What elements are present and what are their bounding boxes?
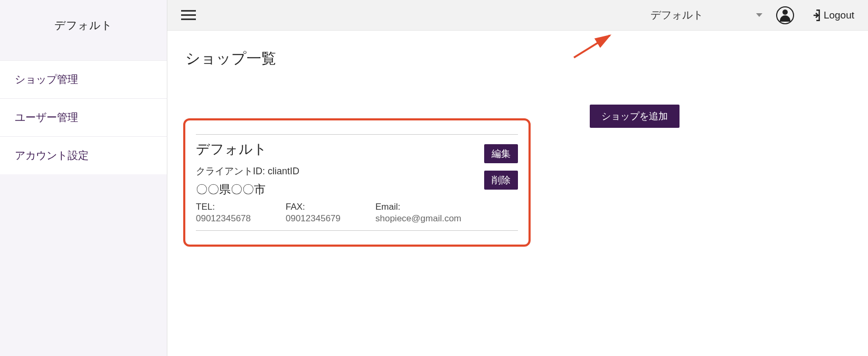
sidebar-item-account-settings[interactable]: アカウント設定 <box>0 137 167 174</box>
annotation-arrow-icon <box>569 31 616 63</box>
shop-name: デフォルト <box>196 140 475 158</box>
shop-contacts: TEL: 09012345678 FAX: 09012345679 Email:… <box>196 202 475 224</box>
sidebar: デフォルト ショップ管理 ユーザー管理 アカウント設定 <box>0 0 167 356</box>
topbar-right: デフォルト Logout <box>650 6 854 24</box>
email-label: Email: <box>375 202 461 212</box>
shop-selector-dropdown[interactable]: デフォルト <box>650 8 762 22</box>
page-title: ショップ一覧 <box>183 49 852 69</box>
shop-card-actions: 編集 削除 <box>484 140 518 224</box>
topbar: デフォルト Logout <box>167 0 868 31</box>
fax-value: 09012345679 <box>286 213 354 224</box>
sidebar-item-label: ショップ管理 <box>15 73 78 85</box>
sidebar-item-label: アカウント設定 <box>15 149 89 161</box>
client-id-value: cliantID <box>268 166 299 176</box>
sidebar-item-user-management[interactable]: ユーザー管理 <box>0 99 167 137</box>
client-id-label: クライアントID: <box>196 166 265 176</box>
shop-selector-label: デフォルト <box>650 8 703 22</box>
svg-line-0 <box>574 35 610 58</box>
add-shop-button[interactable]: ショップを追加 <box>590 105 680 128</box>
delete-button[interactable]: 削除 <box>484 171 518 190</box>
shop-card: デフォルト クライアントID: cliantID 〇〇県〇〇市 TEL: 090… <box>196 134 518 231</box>
contact-email: Email: shopiece@gmail.com <box>375 202 461 224</box>
tel-value: 09012345678 <box>196 213 265 224</box>
sidebar-item-label: ユーザー管理 <box>15 111 78 123</box>
hamburger-menu-icon[interactable] <box>181 8 196 23</box>
contact-fax: FAX: 09012345679 <box>286 202 354 224</box>
tel-label: TEL: <box>196 202 265 212</box>
avatar-icon[interactable] <box>776 6 794 24</box>
chevron-down-icon <box>756 13 762 17</box>
sidebar-item-shop-management[interactable]: ショップ管理 <box>0 60 167 99</box>
shop-card-body: デフォルト クライアントID: cliantID 〇〇県〇〇市 TEL: 090… <box>196 140 475 224</box>
email-value: shopiece@gmail.com <box>375 213 461 224</box>
shop-address: 〇〇県〇〇市 <box>196 182 475 198</box>
topbar-left <box>181 8 196 23</box>
sidebar-title: デフォルト <box>0 0 167 51</box>
logout-label: Logout <box>824 10 854 21</box>
shop-client-id: クライアントID: cliantID <box>196 165 475 177</box>
logout-icon <box>808 8 822 22</box>
edit-button[interactable]: 編集 <box>484 144 518 163</box>
contact-tel: TEL: 09012345678 <box>196 202 265 224</box>
main-area: デフォルト Logout ショップ一覧 ショップを追加 <box>167 0 868 356</box>
shop-card-highlighted: デフォルト クライアントID: cliantID 〇〇県〇〇市 TEL: 090… <box>183 118 531 247</box>
logout-button[interactable]: Logout <box>808 8 854 22</box>
sidebar-nav: ショップ管理 ユーザー管理 アカウント設定 <box>0 60 167 174</box>
content-area: ショップ一覧 ショップを追加 デフォルト クライアントID: cliantID … <box>167 31 868 356</box>
fax-label: FAX: <box>286 202 354 212</box>
